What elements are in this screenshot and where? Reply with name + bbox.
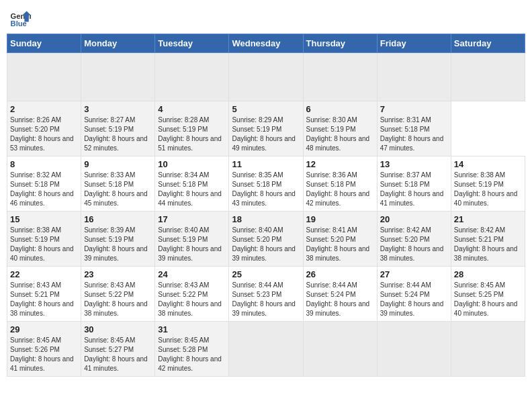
week-row-5: 22Sunrise: 8:43 AMSunset: 5:21 PMDayligh…: [7, 267, 525, 322]
day-info: Sunrise: 8:42 AMSunset: 5:21 PMDaylight:…: [454, 226, 522, 263]
day-info: Sunrise: 8:45 AMSunset: 5:25 PMDaylight:…: [454, 281, 522, 318]
day-number: 31: [158, 324, 226, 334]
calendar-cell: [7, 53, 81, 101]
day-number: 7: [380, 104, 448, 114]
day-info: Sunrise: 8:44 AMSunset: 5:24 PMDaylight:…: [306, 281, 374, 318]
day-info: Sunrise: 8:39 AMSunset: 5:19 PMDaylight:…: [84, 226, 152, 263]
calendar-header-row: SundayMondayTuesdayWednesdayThursdayFrid…: [7, 34, 525, 53]
calendar-cell: [81, 53, 155, 101]
day-info: Sunrise: 8:32 AMSunset: 5:18 PMDaylight:…: [10, 171, 78, 208]
calendar-cell: 7Sunrise: 8:31 AMSunset: 5:18 PMDaylight…: [377, 101, 451, 156]
day-number: 25: [232, 269, 300, 279]
day-info: Sunrise: 8:41 AMSunset: 5:20 PMDaylight:…: [306, 226, 374, 263]
day-number: 19: [306, 214, 374, 224]
day-info: Sunrise: 8:33 AMSunset: 5:18 PMDaylight:…: [84, 171, 152, 208]
day-number: 28: [454, 269, 522, 279]
calendar-cell: 28Sunrise: 8:45 AMSunset: 5:25 PMDayligh…: [451, 267, 525, 322]
calendar-cell: 3Sunrise: 8:27 AMSunset: 5:19 PMDaylight…: [81, 101, 155, 156]
calendar-cell: 20Sunrise: 8:42 AMSunset: 5:20 PMDayligh…: [377, 212, 451, 267]
day-info: Sunrise: 8:28 AMSunset: 5:19 PMDaylight:…: [158, 116, 226, 153]
day-info: Sunrise: 8:43 AMSunset: 5:22 PMDaylight:…: [84, 281, 152, 318]
header-saturday: Saturday: [451, 34, 525, 53]
day-info: Sunrise: 8:38 AMSunset: 5:19 PMDaylight:…: [10, 226, 78, 263]
calendar-cell: 17Sunrise: 8:40 AMSunset: 5:19 PMDayligh…: [155, 212, 229, 267]
calendar-cell: 8Sunrise: 8:32 AMSunset: 5:18 PMDaylight…: [7, 156, 81, 212]
day-number: 21: [454, 214, 522, 224]
calendar-cell: [451, 53, 525, 101]
day-number: 29: [10, 324, 78, 334]
calendar-cell: 2Sunrise: 8:26 AMSunset: 5:20 PMDaylight…: [7, 101, 81, 156]
week-row-1: [7, 53, 525, 101]
calendar-cell: [155, 53, 229, 101]
day-number: 18: [232, 214, 300, 224]
header-thursday: Thursday: [303, 34, 377, 53]
header-friday: Friday: [377, 34, 451, 53]
day-number: 14: [454, 159, 522, 169]
calendar-cell: 19Sunrise: 8:41 AMSunset: 5:20 PMDayligh…: [303, 212, 377, 267]
calendar-cell: 12Sunrise: 8:36 AMSunset: 5:18 PMDayligh…: [303, 156, 377, 212]
day-number: 30: [84, 324, 152, 334]
day-number: 15: [10, 214, 78, 224]
calendar-cell: 5Sunrise: 8:29 AMSunset: 5:19 PMDaylight…: [229, 101, 303, 156]
day-number: 20: [380, 214, 448, 224]
day-number: 17: [158, 214, 226, 224]
day-info: Sunrise: 8:44 AMSunset: 5:24 PMDaylight:…: [380, 281, 448, 318]
day-info: Sunrise: 8:30 AMSunset: 5:19 PMDaylight:…: [306, 116, 374, 153]
week-row-4: 15Sunrise: 8:38 AMSunset: 5:19 PMDayligh…: [7, 212, 525, 267]
header-wednesday: Wednesday: [229, 34, 303, 53]
calendar-cell: 11Sunrise: 8:35 AMSunset: 5:18 PMDayligh…: [229, 156, 303, 212]
day-number: 13: [380, 159, 448, 169]
calendar-cell: 14Sunrise: 8:38 AMSunset: 5:19 PMDayligh…: [451, 156, 525, 212]
day-info: Sunrise: 8:29 AMSunset: 5:19 PMDaylight:…: [232, 116, 300, 153]
calendar-cell: [377, 322, 451, 377]
day-info: Sunrise: 8:45 AMSunset: 5:27 PMDaylight:…: [84, 336, 152, 373]
calendar-cell: 13Sunrise: 8:37 AMSunset: 5:18 PMDayligh…: [377, 156, 451, 212]
calendar-cell: 31Sunrise: 8:45 AMSunset: 5:28 PMDayligh…: [155, 322, 229, 377]
day-info: Sunrise: 8:43 AMSunset: 5:22 PMDaylight:…: [158, 281, 226, 318]
day-number: 4: [158, 104, 226, 114]
week-row-3: 8Sunrise: 8:32 AMSunset: 5:18 PMDaylight…: [7, 156, 525, 212]
day-info: Sunrise: 8:45 AMSunset: 5:28 PMDaylight:…: [158, 336, 226, 373]
header-tuesday: Tuesday: [155, 34, 229, 53]
calendar-cell: 9Sunrise: 8:33 AMSunset: 5:18 PMDaylight…: [81, 156, 155, 212]
calendar-cell: [229, 53, 303, 101]
svg-text:Blue: Blue: [11, 19, 27, 28]
logo: General Blue: [9, 7, 34, 28]
day-info: Sunrise: 8:40 AMSunset: 5:19 PMDaylight:…: [158, 226, 226, 263]
calendar-cell: 22Sunrise: 8:43 AMSunset: 5:21 PMDayligh…: [7, 267, 81, 322]
calendar-cell: [451, 322, 525, 377]
day-info: Sunrise: 8:35 AMSunset: 5:18 PMDaylight:…: [232, 171, 300, 208]
day-number: 27: [380, 269, 448, 279]
calendar-cell: 30Sunrise: 8:45 AMSunset: 5:27 PMDayligh…: [81, 322, 155, 377]
day-info: Sunrise: 8:31 AMSunset: 5:18 PMDaylight:…: [380, 116, 448, 153]
week-row-6: 29Sunrise: 8:45 AMSunset: 5:26 PMDayligh…: [7, 322, 525, 377]
calendar-cell: 25Sunrise: 8:44 AMSunset: 5:23 PMDayligh…: [229, 267, 303, 322]
day-info: Sunrise: 8:34 AMSunset: 5:18 PMDaylight:…: [158, 171, 226, 208]
header-sunday: Sunday: [7, 34, 81, 53]
day-number: 6: [306, 104, 374, 114]
day-info: Sunrise: 8:26 AMSunset: 5:20 PMDaylight:…: [10, 116, 78, 153]
day-number: 24: [158, 269, 226, 279]
day-number: 9: [84, 159, 152, 169]
day-info: Sunrise: 8:27 AMSunset: 5:19 PMDaylight:…: [84, 116, 152, 153]
logo-icon: General Blue: [9, 7, 31, 28]
calendar-cell: [303, 53, 377, 101]
calendar-cell: [303, 322, 377, 377]
calendar-cell: 6Sunrise: 8:30 AMSunset: 5:19 PMDaylight…: [303, 101, 377, 156]
day-number: 12: [306, 159, 374, 169]
calendar-cell: 27Sunrise: 8:44 AMSunset: 5:24 PMDayligh…: [377, 267, 451, 322]
day-number: 16: [84, 214, 152, 224]
day-number: 26: [306, 269, 374, 279]
calendar-cell: 29Sunrise: 8:45 AMSunset: 5:26 PMDayligh…: [7, 322, 81, 377]
day-number: 23: [84, 269, 152, 279]
day-info: Sunrise: 8:40 AMSunset: 5:20 PMDaylight:…: [232, 226, 300, 263]
day-info: Sunrise: 8:38 AMSunset: 5:19 PMDaylight:…: [454, 171, 522, 208]
calendar-table: SundayMondayTuesdayWednesdayThursdayFrid…: [7, 34, 525, 377]
calendar-cell: 18Sunrise: 8:40 AMSunset: 5:20 PMDayligh…: [229, 212, 303, 267]
day-number: 3: [84, 104, 152, 114]
calendar-cell: [229, 322, 303, 377]
day-info: Sunrise: 8:45 AMSunset: 5:26 PMDaylight:…: [10, 336, 78, 373]
day-number: 10: [158, 159, 226, 169]
day-info: Sunrise: 8:44 AMSunset: 5:23 PMDaylight:…: [232, 281, 300, 318]
day-number: 11: [232, 159, 300, 169]
